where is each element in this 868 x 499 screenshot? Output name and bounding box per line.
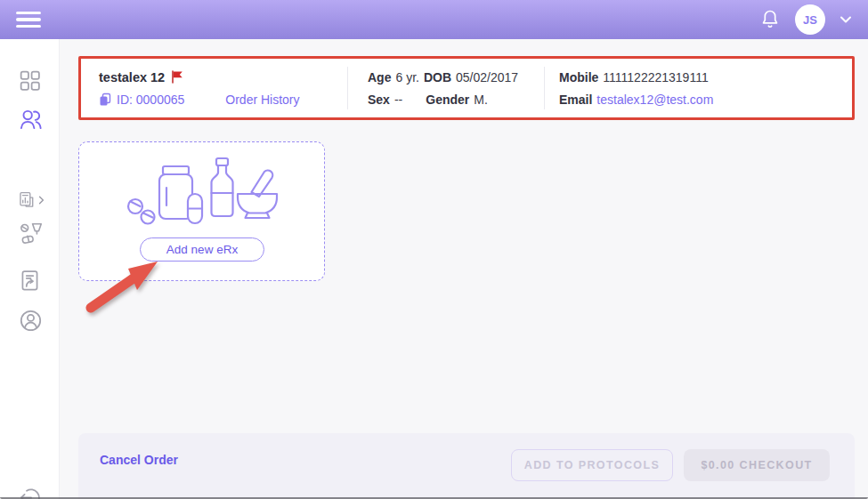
gender-value: M.	[474, 93, 488, 107]
order-action-bar: Cancel Order ADD TO PROTOCOLS $0.00 CHEC…	[78, 433, 855, 499]
mobile-value: 1111122221319111	[603, 70, 708, 85]
patient-info-header: testalex 12 ID: 0000065 Order History	[78, 56, 855, 120]
add-erx-card: Add new eRx	[78, 141, 325, 281]
chevron-right-icon	[38, 194, 45, 206]
age-label: Age	[368, 70, 391, 85]
sex-value: --	[394, 93, 402, 107]
patients-users-icon	[18, 107, 44, 132]
app-window: JS	[0, 0, 868, 499]
add-to-protocols-button[interactable]: ADD TO PROTOCOLS	[511, 449, 673, 481]
red-flag-icon	[171, 70, 183, 84]
patient-contact-section: Mobile 1111122221319111 Email testalex12…	[545, 59, 852, 117]
pharmacy-illustration-icon	[122, 151, 282, 236]
checkout-button[interactable]: $0.00 CHECKOUT	[684, 449, 830, 481]
patient-demographics-section: Age 6 yr. DOB 05/02/2017 Sex -- Gender M…	[348, 59, 544, 117]
age-value: 6 yr.	[395, 70, 418, 85]
patient-name: testalex 12	[99, 70, 165, 85]
sidebar-item-transfer[interactable]	[18, 268, 45, 294]
topbar-right-group: JS	[759, 4, 852, 35]
sidebar-item-profile[interactable]	[18, 307, 45, 334]
sidebar-item-patients[interactable]	[18, 106, 45, 133]
add-new-erx-label: Add new eRx	[166, 243, 238, 256]
dob-value: 05/02/2017	[456, 70, 518, 85]
user-avatar[interactable]: JS	[795, 4, 825, 35]
email-link[interactable]: testalex12@test.com	[596, 93, 713, 107]
document-transfer-icon	[18, 269, 42, 294]
gender-label: Gender	[426, 93, 469, 107]
cancel-order-link[interactable]: Cancel Order	[100, 453, 178, 467]
chevron-down-icon[interactable]	[840, 15, 852, 24]
patient-identity-section: testalex 12 ID: 0000065 Order History	[81, 59, 347, 117]
patient-id-text: ID: 0000065	[117, 93, 184, 107]
bell-notification-icon[interactable]	[759, 8, 781, 31]
medications-icon	[18, 221, 45, 247]
left-sidebar	[0, 39, 60, 499]
sex-label: Sex	[368, 93, 390, 107]
profile-icon	[18, 308, 44, 334]
sidebar-item-medications[interactable]	[18, 221, 45, 247]
sidebar-item-reports[interactable]	[18, 187, 45, 213]
checkout-label: $0.00 CHECKOUT	[701, 459, 812, 471]
patient-id-copy[interactable]: ID: 0000065	[99, 93, 184, 107]
email-label: Email	[559, 93, 592, 107]
mobile-label: Mobile	[559, 70, 598, 85]
sidebar-item-dashboard[interactable]	[18, 67, 45, 93]
copy-icon	[99, 93, 111, 106]
add-new-erx-button[interactable]: Add new eRx	[140, 237, 264, 262]
top-navbar: JS	[0, 0, 868, 39]
order-history-link[interactable]: Order History	[225, 93, 299, 107]
reports-chart-icon	[18, 188, 36, 213]
dashboard-grid-icon	[18, 68, 42, 93]
avatar-initials: JS	[803, 13, 817, 27]
add-to-protocols-label: ADD TO PROTOCOLS	[524, 459, 661, 471]
dob-label: DOB	[424, 70, 451, 85]
hamburger-menu-icon[interactable]	[16, 12, 41, 28]
